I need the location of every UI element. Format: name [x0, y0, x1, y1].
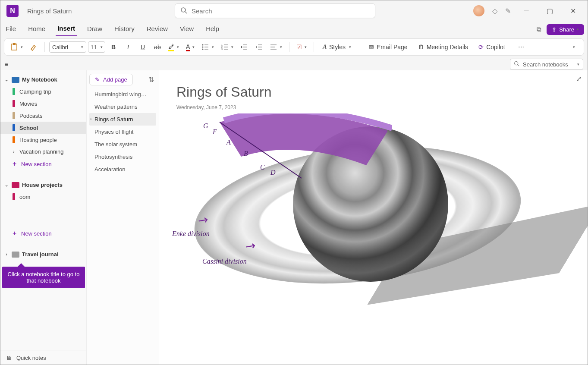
notebook-travel-journal[interactable]: › Travel journal: [0, 249, 86, 260]
search-notebooks-input[interactable]: Search notebooks ▾: [510, 59, 583, 70]
new-section-button[interactable]: +New section: [0, 157, 86, 170]
menu-file[interactable]: File: [4, 23, 18, 36]
menu-history[interactable]: History: [113, 23, 136, 36]
quick-notes-button[interactable]: 🗎 Quick notes: [0, 350, 86, 365]
font-color-button[interactable]: A: [183, 41, 197, 53]
tags-button[interactable]: ☑: [294, 41, 309, 53]
notebook-label: Travel journal: [22, 251, 59, 258]
notebook-my-notebook[interactable]: ⌄ My Notebook: [0, 74, 86, 85]
minimize-button[interactable]: ─: [519, 3, 534, 19]
section-school[interactable]: School: [0, 122, 86, 134]
menu-review[interactable]: Review: [145, 23, 170, 36]
document-title: Rings of Saturn: [27, 7, 72, 15]
svg-line-1: [185, 12, 187, 13]
bold-button[interactable]: B: [107, 41, 120, 53]
ring-label-b: B: [244, 150, 248, 157]
page-item-selected[interactable]: Rings of Saturn: [89, 113, 156, 126]
page-item[interactable]: Physics of flight: [89, 126, 156, 138]
page-item[interactable]: Photosynthesis: [89, 151, 156, 163]
divider: [289, 42, 289, 52]
page-item[interactable]: Weather patterns: [89, 101, 156, 113]
svg-point-8: [202, 49, 204, 50]
section-color: [13, 88, 15, 95]
strikethrough-button[interactable]: ab: [151, 41, 164, 53]
note-canvas[interactable]: ⤢ Rings of Saturn Wednesday, June 7, 202…: [159, 70, 588, 365]
indent-button[interactable]: [252, 41, 265, 53]
page-list: ✎ Add page ⇅ Hummingbird wing… Weather p…: [87, 70, 159, 365]
sort-pages-button[interactable]: ⇅: [146, 75, 156, 85]
bullets-button[interactable]: [199, 41, 217, 53]
menu-view[interactable]: View: [178, 23, 195, 36]
fullscreen-button[interactable]: ⤢: [576, 75, 582, 83]
section-movies[interactable]: Movies: [0, 98, 86, 110]
diamond-icon[interactable]: ◇: [492, 7, 497, 15]
coach-tooltip: Click a notebook title to go to that not…: [2, 267, 85, 288]
email-page-button[interactable]: ✉Email Page: [365, 41, 412, 53]
section-podcasts[interactable]: Podcasts: [0, 110, 86, 122]
chevron-down-icon: ▾: [577, 27, 579, 31]
new-section-button-2[interactable]: +New section: [0, 227, 86, 240]
menu-draw[interactable]: Draw: [85, 23, 104, 36]
font-name-select[interactable]: Cailbri▾: [49, 41, 86, 53]
section-room[interactable]: oom: [0, 191, 86, 203]
menu-home[interactable]: Home: [26, 23, 47, 36]
section-camping-trip[interactable]: Camping trip: [0, 85, 86, 98]
highlight-button[interactable]: 🖉: [166, 41, 182, 53]
pen-icon[interactable]: ✎: [505, 7, 511, 15]
section-hosting-people[interactable]: Hosting people: [0, 134, 86, 146]
copilot-button[interactable]: ⟳Copilot: [474, 41, 509, 53]
section-vacation-planning[interactable]: ›Vacation planning: [0, 146, 86, 157]
section-color: [13, 112, 15, 119]
outdent-button[interactable]: [238, 41, 251, 53]
section-label: School: [19, 125, 38, 131]
meeting-details-button[interactable]: 🗓Meeting Details: [414, 41, 473, 53]
search-placeholder: Search: [192, 7, 212, 15]
ring-label-c: C: [260, 164, 265, 171]
page-item[interactable]: The solar system: [89, 138, 156, 151]
chevron-down-icon: ▾: [577, 62, 579, 66]
share-button[interactable]: ⇪ Share ▾: [547, 24, 584, 35]
meeting-label: Meeting Details: [427, 44, 469, 50]
underline-button[interactable]: U: [136, 41, 149, 53]
plus-icon: +: [13, 160, 18, 168]
chevron-right-icon: ›: [4, 252, 9, 257]
open-in-window-icon[interactable]: ⧉: [537, 25, 541, 33]
styles-button[interactable]: AStyles: [318, 41, 355, 53]
divider: [44, 42, 45, 52]
search-box[interactable]: Search: [175, 3, 375, 18]
notebook-sidebar: ⌄ My Notebook Camping trip Movies Podcas…: [0, 70, 87, 365]
divider: [360, 42, 360, 52]
svg-text:3: 3: [221, 48, 223, 50]
paste-button[interactable]: [8, 41, 25, 53]
font-size-select[interactable]: 11▾: [88, 41, 105, 53]
share-label: Share: [559, 26, 574, 33]
add-page-button[interactable]: ✎ Add page: [89, 74, 133, 85]
ribbon-expand-button[interactable]: ▾: [567, 41, 580, 53]
saturn-illustration: G F A B C D ↗ Enke division ↗ Cassini di…: [176, 122, 513, 312]
close-button[interactable]: ✕: [565, 3, 581, 19]
numbering-button[interactable]: 123: [218, 41, 236, 53]
share-icon: ⇪: [552, 26, 557, 33]
nav-toggle-button[interactable]: ≡: [5, 61, 8, 68]
svg-rect-3: [13, 43, 16, 45]
font-size-value: 11: [91, 44, 97, 50]
more-button[interactable]: ⋯: [515, 41, 528, 53]
add-page-label: Add page: [103, 76, 127, 83]
menu-bar: File Home Insert Draw History Review Vie…: [0, 21, 588, 38]
menu-help[interactable]: Help: [204, 23, 221, 36]
page-date: Wednesday, June 7, 2023: [176, 104, 570, 110]
notebook-icon: [12, 252, 19, 258]
notebook-house-projects[interactable]: ⌄ House projects: [0, 179, 86, 191]
user-avatar[interactable]: [473, 5, 484, 16]
search-notebooks-placeholder: Search notebooks: [523, 61, 568, 68]
page-item[interactable]: Accelaration: [89, 163, 156, 176]
page-title[interactable]: Rings of Saturn: [176, 84, 570, 100]
ring-label-overlay: [202, 113, 392, 191]
format-painter-button[interactable]: [27, 41, 40, 53]
ring-label-a: A: [226, 138, 231, 146]
align-button[interactable]: [267, 41, 285, 53]
italic-button[interactable]: I: [122, 41, 135, 53]
page-item[interactable]: Hummingbird wing…: [89, 88, 156, 101]
maximize-button[interactable]: ▢: [542, 3, 557, 19]
menu-insert[interactable]: Insert: [56, 23, 77, 36]
